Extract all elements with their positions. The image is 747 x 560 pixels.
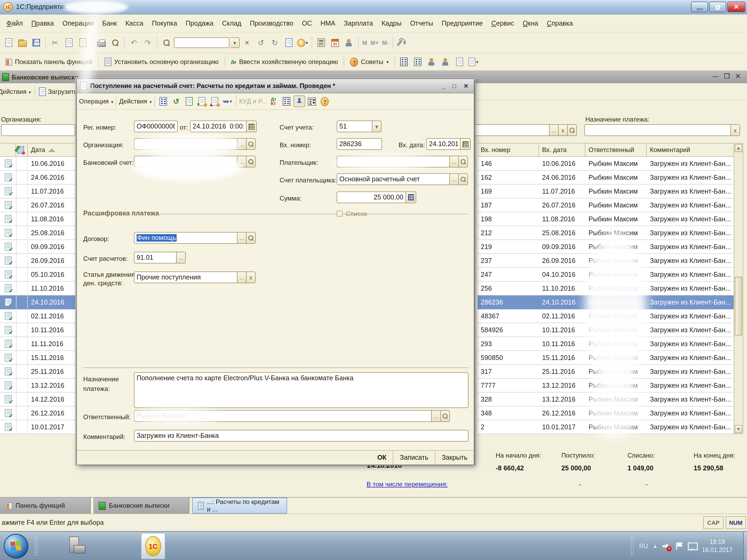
bank-row[interactable]: ✔05.10.2016 bbox=[0, 268, 76, 282]
payer-select-icon[interactable]: ... bbox=[450, 156, 459, 167]
settle-account-select-icon[interactable]: ... bbox=[177, 252, 186, 264]
tab-receipt-document[interactable]: ...: Расчеты по кредитам и ... bbox=[192, 498, 287, 514]
cashflow-clear-icon[interactable]: x bbox=[247, 271, 256, 283]
bank-account-search-icon[interactable] bbox=[247, 156, 256, 167]
minimize-button[interactable] bbox=[691, 2, 708, 12]
users-icon[interactable] bbox=[426, 55, 438, 68]
bank-row[interactable]: ✔26.07.2016 bbox=[0, 198, 76, 212]
customize-wrench-icon[interactable]: ▾ bbox=[396, 36, 408, 49]
account-dropdown-icon[interactable]: ▾ bbox=[372, 121, 382, 132]
clear-search-icon[interactable]: ✕ bbox=[241, 36, 253, 49]
close-button[interactable]: ✕ bbox=[727, 2, 745, 12]
list-checkbox[interactable] bbox=[337, 211, 342, 216]
muted-speaker-icon[interactable] bbox=[663, 542, 671, 551]
amount-input[interactable] bbox=[337, 191, 406, 203]
calculator-icon[interactable] bbox=[315, 36, 328, 49]
search-icon[interactable] bbox=[160, 36, 173, 49]
copy-special-icon[interactable] bbox=[282, 36, 295, 49]
payer-account-select-icon[interactable]: ... bbox=[450, 174, 459, 185]
in-date-input[interactable] bbox=[426, 138, 461, 150]
responsible-column-header[interactable]: Ответственный bbox=[585, 143, 647, 156]
table-scrollbar[interactable]: ▲ ▼ bbox=[733, 143, 743, 434]
calendar-icon[interactable] bbox=[329, 36, 341, 49]
reg-number-input[interactable] bbox=[134, 121, 178, 132]
copy-icon[interactable] bbox=[62, 36, 75, 49]
doc-date-calendar-icon[interactable] bbox=[247, 121, 257, 132]
bank-row[interactable]: ✔15.11.2016 bbox=[0, 351, 76, 365]
scroll-down-icon[interactable]: ▼ bbox=[735, 425, 742, 433]
bank-row[interactable]: ✔25.11.2016 bbox=[0, 365, 76, 379]
tips-button[interactable]: ? Советы▾ bbox=[347, 56, 392, 68]
payer-account-input[interactable] bbox=[337, 174, 450, 185]
date-column-header[interactable]: Дата bbox=[28, 143, 76, 156]
tray-expand-icon[interactable]: ▲ bbox=[653, 543, 658, 549]
search-input[interactable] bbox=[174, 37, 229, 48]
bank-row[interactable]: ✔10.01.2017 bbox=[0, 420, 76, 434]
org-search-icon[interactable] bbox=[247, 138, 256, 150]
memory-mminus-button[interactable]: M- bbox=[381, 39, 390, 46]
operation-menu[interactable]: Операция ▾ bbox=[79, 98, 113, 105]
menu-purchase[interactable]: Покупка bbox=[148, 17, 181, 29]
print-preview-icon[interactable] bbox=[109, 36, 122, 49]
network-icon[interactable] bbox=[688, 542, 697, 551]
dt-kt-icon[interactable]: ДтКт bbox=[267, 96, 279, 107]
menu-service[interactable]: Сервис bbox=[487, 17, 519, 29]
new-document-icon[interactable] bbox=[2, 36, 15, 49]
menu-reports[interactable]: Отчеты bbox=[406, 17, 437, 29]
tab-bank-statements[interactable]: Банковские выписки bbox=[93, 498, 189, 514]
bank-minimize-icon[interactable]: — bbox=[712, 73, 719, 80]
contract-search-icon[interactable] bbox=[247, 232, 256, 244]
bank-row[interactable]: ✔11.08.2016 bbox=[0, 212, 76, 226]
contract-input[interactable]: Фин помощь bbox=[134, 232, 237, 244]
menu-cash[interactable]: Касса bbox=[121, 17, 148, 29]
in-date-calendar-icon[interactable] bbox=[461, 138, 471, 150]
movements-link[interactable]: В том числе перемещения: bbox=[366, 481, 448, 488]
start-button[interactable] bbox=[4, 534, 28, 558]
bank-org-input[interactable] bbox=[1, 124, 75, 136]
scroll-up-icon[interactable]: ▲ bbox=[735, 144, 742, 152]
restore-button[interactable] bbox=[709, 2, 726, 12]
payer-search-icon[interactable] bbox=[459, 156, 468, 167]
set-main-org-button[interactable]: Установить основную организацию bbox=[101, 56, 222, 68]
memory-m-button[interactable]: M bbox=[361, 39, 368, 46]
bank-row[interactable]: ✔24.06.2016 bbox=[0, 171, 76, 185]
counterparty-search-icon[interactable] bbox=[568, 124, 577, 136]
post-document-icon[interactable] bbox=[157, 96, 169, 107]
system-tool-icon[interactable] bbox=[68, 536, 86, 556]
bank-row[interactable]: ✔14.12.2016 bbox=[0, 393, 76, 406]
save-button[interactable]: Записать bbox=[393, 451, 435, 464]
comment-input[interactable] bbox=[134, 430, 468, 442]
refresh-document-icon[interactable]: ↺ bbox=[170, 96, 182, 107]
in-number-column-header[interactable]: Вх. номер bbox=[478, 143, 539, 156]
report-settings-icon[interactable] bbox=[412, 55, 424, 68]
menu-bank[interactable]: Банк bbox=[98, 17, 121, 29]
menu-hr[interactable]: Кадры bbox=[377, 17, 406, 29]
enter-operation-button[interactable]: Дк Ввести хозяйственную операцию bbox=[228, 56, 341, 67]
bank-actions-menu[interactable]: Действия ▾ bbox=[0, 88, 31, 95]
purpose-clear-icon[interactable]: x bbox=[731, 124, 740, 136]
menu-help[interactable]: Справка bbox=[542, 17, 577, 29]
comment-column-header[interactable]: Комментарий bbox=[647, 143, 733, 156]
bank-row[interactable]: ✔11.10.2016 bbox=[0, 282, 76, 295]
kud-button[interactable]: КУД и Р... bbox=[239, 98, 266, 105]
cashflow-select-icon[interactable]: ... bbox=[237, 271, 247, 283]
menu-nma[interactable]: НМА bbox=[316, 17, 340, 29]
help-icon[interactable]: ? bbox=[319, 96, 331, 107]
marker-column-header[interactable] bbox=[16, 143, 28, 156]
show-desktop-button[interactable] bbox=[743, 532, 747, 560]
redo-icon[interactable]: ↷ bbox=[141, 36, 154, 49]
open-icon[interactable] bbox=[16, 36, 29, 49]
bank-row-details[interactable]: 16224.06.2016Рыбкин МаксимЗагружен из Кл… bbox=[478, 171, 733, 185]
search-dropdown-icon[interactable]: ▾ bbox=[231, 37, 239, 48]
menu-enterprise[interactable]: Предприятие bbox=[438, 17, 487, 29]
bank-row-details[interactable]: 19811.08.2016Рыбкин МаксимЗагружен из Кл… bbox=[478, 212, 733, 226]
journal-icon[interactable] bbox=[453, 55, 466, 68]
expense-icon[interactable]: ▲ bbox=[209, 96, 221, 107]
refresh-all-icon[interactable]: ↻ bbox=[268, 36, 281, 49]
responsible-search-icon[interactable] bbox=[441, 410, 450, 422]
account-input[interactable] bbox=[337, 121, 372, 132]
counterparty-clear-icon[interactable]: x bbox=[559, 124, 568, 136]
bank-row[interactable]: ✔13.12.2016 bbox=[0, 379, 76, 393]
taskbar-1c-app-button[interactable]: 1С bbox=[141, 533, 165, 559]
dialog-close-icon[interactable]: ✕ bbox=[462, 82, 471, 89]
